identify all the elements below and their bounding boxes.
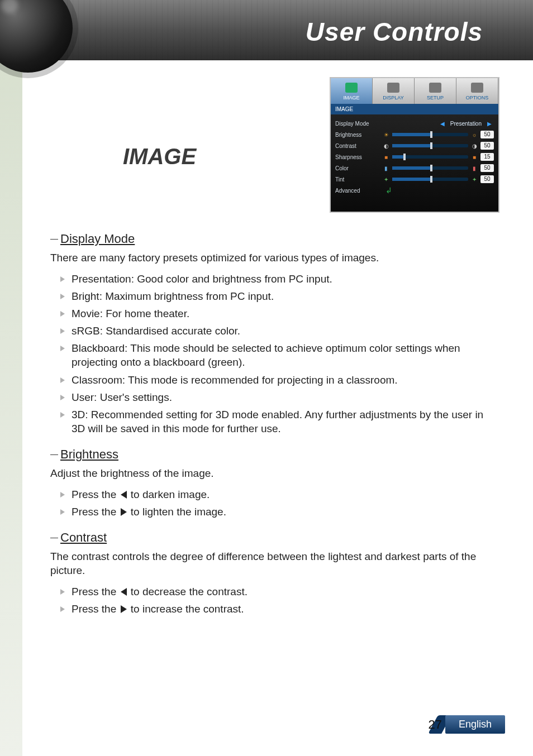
osd-subtitle: IMAGE [331,104,498,114]
tint-low-icon: ✦ [382,175,390,183]
section-intro: There are many factory presets optimized… [50,251,499,265]
osd-label: Color [335,165,379,171]
osd-tab-options[interactable]: OPTIONS [456,78,498,104]
triangle-right-icon [121,605,127,613]
list-item: User: User's settings. [58,389,499,406]
list-item: Classroom: This mode is recommended for … [58,371,499,389]
osd-tab-label: OPTIONS [466,95,489,101]
section-title-contrast: Contrast [50,530,499,545]
section-intro: The contrast controls the degree of diff… [50,549,499,577]
osd-slider-track[interactable] [392,166,468,170]
osd-tab-image[interactable]: IMAGE [331,78,373,104]
osd-slider-track[interactable] [392,144,468,147]
list-item: Press the to darken image. [58,486,499,503]
page-header: User Controls [0,0,533,60]
triangle-left-icon [121,491,127,499]
sharp-high-icon: ■ [470,153,478,161]
list-item: Movie: For home theater. [58,305,499,322]
list-item: Press the to decrease the contrast. [58,583,499,600]
triangle-left-icon [121,588,127,596]
header-title: User Controls [306,17,483,47]
osd-row-tint[interactable]: Tint ✦✦50 [335,174,494,185]
osd-label: Sharpness [335,154,379,160]
osd-row-contrast[interactable]: Contrast ◐◑50 [335,140,494,151]
footer: 27 English [428,715,505,734]
osd-body: Display Mode ◀Presentation▶ Brightness ☀… [331,114,498,212]
body-text: Display Mode There are many factory pres… [50,232,499,618]
content-area: IMAGE IMAGE DISPLAY SETUP OPTIONS IMAGE … [0,60,533,622]
color-high-icon: ▮ [470,164,478,172]
section-title-display-mode: Display Mode [50,232,499,246]
osd-slider-knob[interactable] [403,154,406,160]
osd-value: 50 [480,164,494,172]
text-fragment: to darken image. [128,489,210,500]
contrast-low-icon: ◐ [382,142,390,150]
contrast-high-icon: ◑ [470,142,478,150]
osd-slider-knob[interactable] [430,142,432,149]
list-item: Press the to increase the contrast. [58,600,499,618]
osd-row-color[interactable]: Color ▮▮50 [335,162,494,174]
osd-row-advanced[interactable]: Advanced ↲ [335,185,494,196]
text-fragment: to lighten the image. [128,506,226,518]
osd-value: 15 [480,153,494,161]
text-fragment: Press the [72,586,120,597]
section-intro: Adjust the brightness of the image. [50,466,499,480]
osd-slider-track[interactable] [392,155,468,159]
language-badge: English [445,715,505,734]
tint-high-icon: ✦ [470,175,478,183]
page-heading: IMAGE [123,144,196,169]
list-item: Presentation: Good color and brightness … [58,270,499,288]
sun-dim-icon: ☀ [382,131,390,138]
options-icon [471,83,483,93]
osd-tab-label: IMAGE [343,95,359,101]
osd-row-display-mode[interactable]: Display Mode ◀Presentation▶ [335,118,494,129]
osd-slider-fill [392,178,430,181]
list-item: sRGB: Standardised accurate color. [58,322,499,339]
text-fragment: to increase the contrast. [128,603,244,615]
osd-label: Advanced [335,188,379,194]
contrast-list: Press the to decrease the contrast. Pres… [58,583,499,618]
osd-tabs: IMAGE DISPLAY SETUP OPTIONS [331,78,498,104]
osd-label: Tint [335,176,379,183]
triangle-right-icon [121,508,127,516]
osd-row-sharpness[interactable]: Sharpness ■■15 [335,151,494,162]
text-fragment: to decrease the contrast. [128,586,248,597]
osd-value: 50 [480,175,494,183]
osd-tab-setup[interactable]: SETUP [415,78,456,104]
osd-slider-fill [392,166,430,170]
osd-slider-knob[interactable] [430,165,432,171]
list-item: Bright: Maximum brightness from PC input… [58,288,499,305]
osd-slider-track[interactable] [392,178,468,181]
display-icon [387,83,399,93]
list-item: Blackboard: This mode should be selected… [58,339,499,371]
text-fragment: Press the [72,506,120,518]
setup-icon [429,83,441,93]
text-fragment: Press the [72,489,120,500]
brightness-list: Press the to darken image. Press the to … [58,486,499,520]
osd-tab-label: DISPLAY [383,95,403,101]
osd-slider-knob[interactable] [430,131,432,138]
page-number: 27 [428,717,441,732]
osd-label: Brightness [335,132,379,138]
osd-label: Display Mode [335,121,379,127]
osd-value: 50 [480,142,494,150]
osd-menu: IMAGE DISPLAY SETUP OPTIONS IMAGE Displa… [330,77,499,213]
osd-slider-knob[interactable] [430,176,432,183]
list-item: 3D: Recommended setting for 3D mode enab… [58,406,499,437]
image-icon [345,83,358,93]
triangle-left-icon[interactable]: ◀ [440,121,445,127]
sun-bright-icon: ☼ [470,131,478,138]
enter-icon[interactable]: ↲ [386,186,392,195]
triangle-right-icon[interactable]: ▶ [487,121,492,127]
sharp-low-icon: ■ [382,153,390,161]
osd-tab-label: SETUP [427,95,444,101]
osd-slider-track[interactable] [392,133,468,136]
display-mode-list: Presentation: Good color and brightness … [58,270,499,437]
osd-mode-value: Presentation [450,121,482,127]
osd-tab-display[interactable]: DISPLAY [373,78,415,104]
osd-label: Contrast [335,143,379,149]
osd-slider-fill [392,133,430,136]
list-item: Press the to lighten the image. [58,503,499,520]
color-low-icon: ▮ [382,164,390,172]
osd-row-brightness[interactable]: Brightness ☀☼50 [335,129,494,140]
